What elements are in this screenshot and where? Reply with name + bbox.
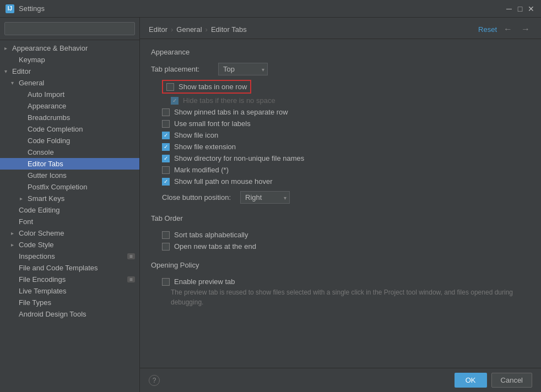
mark-modified-checkbox[interactable] xyxy=(162,166,170,174)
sort-alphabetically-label: Sort tabs alphabetically xyxy=(174,231,248,239)
sidebar-item-appearance[interactable]: Appearance xyxy=(0,100,139,112)
search-box: 🔍 xyxy=(0,18,139,40)
sidebar-item-editor-tabs[interactable]: Editor Tabs xyxy=(0,158,139,170)
sidebar-item-file-types[interactable]: File Types xyxy=(0,297,139,308)
forward-button[interactable]: → xyxy=(519,24,532,34)
show-file-extension-checkbox[interactable] xyxy=(162,143,170,151)
show-directory-non-unique-label: Show directory for non-unique file names xyxy=(174,154,304,162)
ok-button[interactable]: OK xyxy=(455,373,487,388)
show-directory-non-unique-checkbox[interactable] xyxy=(162,155,170,162)
sidebar-item-label: File Types xyxy=(19,298,51,307)
expand-icon xyxy=(4,45,11,51)
sort-alphabetically-checkbox[interactable] xyxy=(162,231,170,239)
help-button[interactable]: ? xyxy=(149,375,160,386)
show-file-icon-row: Show file icon xyxy=(162,129,530,141)
sidebar-item-gutter-icons[interactable]: Gutter Icons xyxy=(0,170,139,181)
sidebar-item-label: Font xyxy=(19,217,33,226)
tab-order-section-title: Tab Order xyxy=(151,214,530,222)
show-file-icon-checkbox[interactable] xyxy=(162,132,170,139)
enable-preview-tab-row: Enable preview tab xyxy=(162,276,530,287)
sidebar-item-label: Breadcrumbs xyxy=(28,113,70,122)
settings-tree: Appearance & Behavior Keymap Editor Gene… xyxy=(0,40,139,392)
sidebar-item-file-encodings[interactable]: File Encodings ≡ xyxy=(0,274,139,285)
sidebar-item-label: Console xyxy=(28,148,54,156)
show-full-path-checkbox[interactable] xyxy=(162,178,170,186)
app-icon: IJ xyxy=(6,4,14,13)
sidebar-item-inspections[interactable]: Inspections ≡ xyxy=(0,251,139,262)
back-button[interactable]: ← xyxy=(501,24,515,34)
close-button-position-row: Close button position: Right Left Hidden… xyxy=(162,189,530,205)
sidebar-item-label: Code Completion xyxy=(28,125,83,133)
expand-icon xyxy=(20,195,26,202)
sidebar-item-postfix-completion[interactable]: Postfix Completion xyxy=(0,181,139,193)
sidebar-item-file-code-templates[interactable]: File and Code Templates xyxy=(0,262,139,274)
sidebar-item-label: Live Templates xyxy=(19,287,66,295)
tab-placement-row: Tab placement: Top Bottom Left Right Non… xyxy=(151,63,530,75)
small-font-labels-row: Use small font for labels xyxy=(162,118,530,129)
close-button-position-label: Close button position: xyxy=(162,193,234,202)
header-actions: Reset ← → xyxy=(478,24,532,34)
close-button[interactable]: ✕ xyxy=(527,4,535,13)
sidebar-item-android-design-tools[interactable]: Android Design Tools xyxy=(0,308,139,320)
sidebar-item-font[interactable]: Font xyxy=(0,216,139,227)
sidebar-item-editor[interactable]: Editor xyxy=(0,66,139,77)
settings-window: IJ Settings ─ □ ✕ 🔍 Appearance & Behavio… xyxy=(0,0,541,392)
hide-tabs-no-space-checkbox[interactable] xyxy=(171,97,178,105)
sidebar-item-console[interactable]: Console xyxy=(0,146,139,158)
sidebar-item-label: Color Scheme xyxy=(19,229,64,237)
maximize-button[interactable]: □ xyxy=(516,4,524,13)
small-font-labels-label: Use small font for labels xyxy=(174,119,251,128)
sidebar-item-live-templates[interactable]: Live Templates xyxy=(0,285,139,297)
sidebar-item-code-completion[interactable]: Code Completion xyxy=(0,123,139,135)
inspections-badge: ≡ xyxy=(127,253,135,259)
sidebar-item-code-folding[interactable]: Code Folding xyxy=(0,135,139,146)
settings-sidebar: 🔍 Appearance & Behavior Keymap xyxy=(0,18,140,392)
tab-placement-dropdown-wrapper: Top Bottom Left Right None ▾ xyxy=(218,63,268,75)
hide-tabs-no-space-row: Hide tabs if there is no space xyxy=(171,95,530,106)
search-input[interactable] xyxy=(4,22,135,35)
sidebar-item-keymap[interactable]: Keymap xyxy=(0,54,139,66)
tab-placement-label: Tab placement: xyxy=(151,65,212,73)
enable-preview-tab-checkbox[interactable] xyxy=(162,278,170,286)
breadcrumb-general: General xyxy=(176,25,202,34)
sidebar-item-breadcrumbs[interactable]: Breadcrumbs xyxy=(0,112,139,123)
hide-tabs-no-space-label: Hide tabs if there is no space xyxy=(183,96,275,105)
show-tabs-one-row-checkbox[interactable] xyxy=(166,83,174,91)
sidebar-item-label: Android Design Tools xyxy=(19,310,86,318)
sidebar-item-label: Editor Tabs xyxy=(28,160,63,168)
show-tabs-one-row-label: Show tabs in one row xyxy=(178,83,247,91)
breadcrumb-editor-tabs: Editor Tabs xyxy=(211,25,247,34)
open-new-end-label: Open new tabs at the end xyxy=(174,242,256,251)
tab-placement-dropdown[interactable]: Top Bottom Left Right None xyxy=(218,63,268,75)
titlebar: IJ Settings ─ □ ✕ xyxy=(0,0,541,18)
expand-icon xyxy=(11,80,18,86)
small-font-labels-checkbox[interactable] xyxy=(162,120,170,128)
sidebar-item-general[interactable]: General xyxy=(0,77,139,89)
sidebar-item-auto-import[interactable]: Auto Import xyxy=(0,89,139,100)
open-new-end-checkbox[interactable] xyxy=(162,243,170,251)
sidebar-item-smart-keys[interactable]: Smart Keys xyxy=(0,193,139,204)
sidebar-item-label: Gutter Icons xyxy=(28,171,67,179)
sidebar-item-color-scheme[interactable]: Color Scheme xyxy=(0,227,139,239)
close-button-position-dropdown[interactable]: Right Left Hidden xyxy=(240,191,290,204)
main-header: Editor › General › Editor Tabs Reset ← → xyxy=(140,18,541,39)
window-title: Settings xyxy=(19,4,505,13)
sidebar-item-appearance-behavior[interactable]: Appearance & Behavior xyxy=(0,42,139,54)
show-full-path-label: Show full path on mouse hover xyxy=(174,177,273,186)
sidebar-item-code-editing[interactable]: Code Editing xyxy=(0,204,139,216)
sidebar-item-label: Appearance xyxy=(28,102,66,110)
open-new-end-row: Open new tabs at the end xyxy=(162,241,530,252)
sidebar-item-label: Inspections xyxy=(19,252,55,260)
minimize-button[interactable]: ─ xyxy=(505,4,513,13)
show-file-extension-label: Show file extension xyxy=(174,143,236,151)
sidebar-item-code-style[interactable]: Code Style xyxy=(0,239,139,251)
show-directory-non-unique-row: Show directory for non-unique file names xyxy=(162,153,530,164)
reset-button[interactable]: Reset xyxy=(478,25,497,34)
show-file-extension-row: Show file extension xyxy=(162,141,530,153)
expand-icon xyxy=(11,230,18,236)
sidebar-item-label: Appearance & Behavior xyxy=(12,44,88,52)
show-file-icon-label: Show file icon xyxy=(174,131,218,139)
sidebar-item-label: File Encodings xyxy=(19,275,66,284)
cancel-button[interactable]: Cancel xyxy=(491,373,532,388)
show-pinned-separate-checkbox[interactable] xyxy=(162,108,170,116)
